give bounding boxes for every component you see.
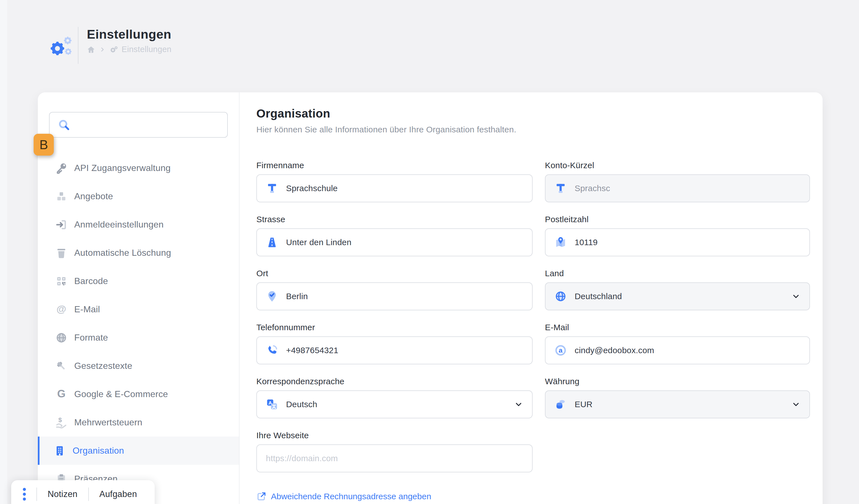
translate-icon: A	[266, 398, 278, 411]
breadcrumb-current[interactable]: Einstellungen	[122, 45, 171, 54]
text-icon	[555, 182, 567, 194]
sidebar-item-label: Anmeldeeinstellungen	[74, 219, 164, 230]
sign-in-icon	[55, 219, 67, 231]
notes-tasks-bar: Notizen Aufgaben	[11, 480, 155, 504]
hand-dollar-icon: $	[55, 416, 67, 429]
overlay-badge-b[interactable]: B	[34, 134, 54, 156]
sidebar-item-mehrwertsteuern[interactable]: $Mehrwertsteuern	[38, 408, 239, 437]
cubes-icon	[55, 190, 67, 203]
field-label-postleitzahl: Postleitzahl	[545, 215, 810, 224]
search-input[interactable]	[76, 120, 220, 129]
globe-blue-icon	[555, 290, 567, 302]
field-label-korrespondenzsprache: Korrespondenzsprache	[256, 377, 532, 386]
field-e-mail: E-Maila	[545, 322, 810, 364]
coins-icon	[555, 398, 567, 411]
at-icon: @	[55, 303, 67, 316]
chevron-down-icon	[514, 400, 523, 409]
land-select[interactable]: Deutschland	[545, 282, 810, 310]
field-label-e-mail: E-Mail	[545, 322, 810, 332]
globe-icon	[55, 332, 67, 344]
sidebar-item-label: API Zugangsverwaltung	[74, 163, 171, 173]
sidebar-item-automatische-loeschung[interactable]: Automatische Löschung	[38, 239, 239, 267]
tab-aufgaben[interactable]: Aufgaben	[97, 489, 139, 499]
ihre-webseite-field[interactable]	[266, 454, 523, 463]
sidebar-item-organisation[interactable]: Organisation	[38, 437, 239, 465]
chevron-down-icon	[792, 400, 800, 409]
postleitzahl-input[interactable]	[545, 229, 810, 256]
ihre-webseite-input[interactable]	[256, 444, 532, 472]
breadcrumb: Einstellungen	[87, 45, 171, 54]
field-label-telefonnummer: Telefonnummer	[256, 322, 532, 332]
sidebar-item-label: Mehrwertsteuern	[74, 417, 142, 428]
field-ort: Ort	[256, 269, 532, 310]
field-telefonnummer: Telefonnummer	[256, 322, 532, 364]
firmenname-field[interactable]	[286, 184, 523, 193]
qrcode-icon	[55, 275, 67, 287]
settings-sidebar: API ZugangsverwaltungAngeboteAnmeldeeins…	[38, 92, 240, 504]
chevron-down-icon	[792, 292, 800, 301]
konto-kuerzel-input[interactable]	[545, 174, 810, 202]
telefonnummer-field[interactable]	[286, 346, 523, 355]
page-header: Einstellungen Einstellungen	[48, 27, 171, 64]
building-icon	[54, 445, 66, 457]
external-link-icon	[256, 491, 267, 502]
field-land: LandDeutschland	[545, 269, 810, 310]
field-konto-kuerzel: Konto-Kürzel	[545, 161, 810, 202]
map-pin-icon	[555, 236, 567, 249]
waehrung-value: EUR	[575, 399, 784, 409]
field-label-land: Land	[545, 269, 810, 278]
settings-gears-small-icon	[109, 45, 118, 54]
organisation-form: FirmennameKonto-KürzelStrassePostleitzah…	[256, 161, 810, 485]
sidebar-item-api-zugangsverwaltung[interactable]: API Zugangsverwaltung	[38, 154, 239, 182]
konto-kuerzel-field[interactable]	[575, 184, 800, 193]
telefonnummer-input[interactable]	[256, 336, 532, 364]
firmenname-input[interactable]	[256, 174, 532, 202]
phone-icon	[266, 344, 278, 357]
sidebar-item-label: Formate	[74, 332, 108, 343]
ort-field[interactable]	[286, 292, 523, 301]
location-check-icon	[266, 290, 278, 302]
page-title: Einstellungen	[87, 27, 171, 42]
sidebar-item-angebote[interactable]: Angebote	[38, 182, 239, 210]
land-value: Deutschland	[575, 292, 784, 301]
gavel-icon	[55, 360, 67, 372]
postleitzahl-field[interactable]	[575, 238, 800, 247]
sidebar-item-label: E-Mail	[74, 304, 100, 315]
sidebar-item-label: Organisation	[73, 445, 124, 456]
sidebar-item-formate[interactable]: Formate	[38, 324, 239, 352]
field-firmenname: Firmenname	[256, 161, 532, 202]
sidebar-item-google-e-commerce[interactable]: GGoogle & E-Commerce	[38, 380, 239, 408]
organisation-panel: Organisation Hier können Sie alle Inform…	[240, 92, 823, 504]
e-mail-input[interactable]: a	[545, 336, 810, 364]
section-title: Organisation	[256, 107, 810, 120]
e-mail-field[interactable]	[575, 346, 800, 355]
ort-input[interactable]	[256, 282, 532, 310]
chevron-right-icon	[99, 46, 105, 52]
bar-divider	[36, 488, 37, 501]
at-blue-icon: a	[555, 344, 567, 357]
sidebar-item-e-mail[interactable]: @E-Mail	[38, 295, 239, 324]
strasse-input[interactable]	[256, 229, 532, 256]
section-subtitle: Hier können Sie alle Informationen über …	[256, 125, 810, 134]
sidebar-item-label: Automatische Löschung	[74, 248, 171, 258]
field-postleitzahl: Postleitzahl	[545, 215, 810, 256]
tab-notizen[interactable]: Notizen	[45, 489, 80, 499]
svg-text:a: a	[559, 346, 562, 354]
text-icon	[266, 182, 278, 194]
korrespondenzsprache-select[interactable]: ADeutsch	[256, 390, 532, 419]
strasse-field[interactable]	[286, 238, 523, 247]
waehrung-select[interactable]: EUR	[545, 390, 810, 419]
home-icon[interactable]	[87, 45, 95, 54]
svg-text:@: @	[57, 303, 66, 315]
settings-menu: API ZugangsverwaltungAngeboteAnmeldeeins…	[38, 154, 239, 493]
sidebar-search[interactable]	[49, 112, 228, 138]
field-label-ort: Ort	[256, 269, 532, 278]
dots-vertical-icon[interactable]	[21, 487, 28, 502]
svg-text:$: $	[58, 416, 62, 423]
sidebar-item-anmeldeeinstellungen[interactable]: Anmeldeeinstellungen	[38, 210, 239, 239]
billing-address-link-label: Abweichende Rechnungsadresse angeben	[271, 492, 431, 501]
field-label-waehrung: Währung	[545, 377, 810, 386]
sidebar-item-barcode[interactable]: Barcode	[38, 267, 239, 295]
sidebar-item-gesetzestexte[interactable]: Gesetzestexte	[38, 352, 239, 380]
billing-address-link[interactable]: Abweichende Rechnungsadresse angeben	[256, 491, 431, 502]
